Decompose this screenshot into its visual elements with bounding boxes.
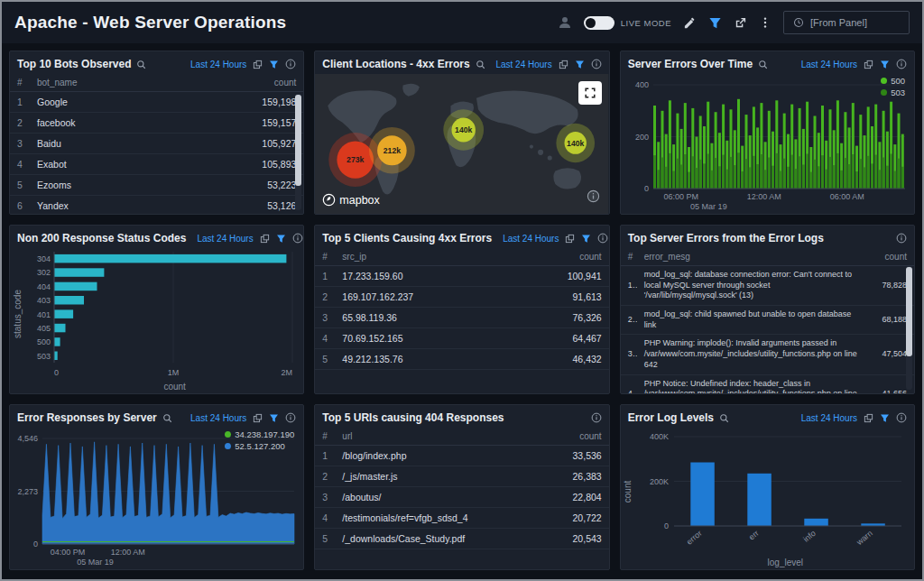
from-panel-label: [From Panel] — [810, 17, 867, 28]
legend-item: 500 — [881, 76, 905, 86]
col-header-bot-name: bot_name — [30, 74, 244, 92]
scrollbar-thumb[interactable] — [295, 95, 301, 186]
user-icon[interactable] — [558, 15, 572, 30]
from-panel-dropdown[interactable]: [From Panel] — [783, 11, 910, 34]
open-in-search-icon[interactable] — [253, 413, 263, 423]
table-row: 1Google159,198 — [10, 92, 303, 113]
info-icon[interactable] — [591, 412, 602, 423]
chart-legend: 34.238.197.190 52.5.127.200 — [225, 429, 294, 451]
open-in-search-icon[interactable] — [565, 234, 575, 244]
time-range-link[interactable]: Last 24 Hours — [495, 60, 551, 69]
header: Apache - Web Server Operations LIVE MODE… — [2, 2, 922, 43]
open-in-search-icon[interactable] — [864, 60, 873, 69]
info-icon[interactable] — [896, 59, 907, 69]
svg-text:200K: 200K — [650, 477, 669, 486]
expand-icon[interactable] — [578, 81, 602, 105]
filter-icon[interactable] — [269, 413, 279, 423]
open-in-search-icon[interactable] — [864, 413, 873, 423]
panel-title: Error Responses by Server — [17, 411, 157, 424]
toggle-knob — [586, 18, 596, 28]
log-levels-chart: 0200K400Kerrorerrinfowarn — [634, 428, 914, 555]
panel-title: Top 5 URIs causing 404 Responses — [322, 411, 504, 424]
scrollbar-thumb[interactable] — [906, 267, 912, 356]
header-actions: LIVE MODE [From Panel] — [558, 11, 910, 34]
bots-table: # bot_name count 1Google159,198 2faceboo… — [10, 74, 303, 214]
info-icon[interactable] — [597, 233, 608, 244]
magnifier-icon[interactable] — [162, 413, 172, 423]
table-row: 1mod_log_sql: database connection error:… — [621, 266, 914, 306]
x-axis-label: count — [46, 382, 303, 392]
table-row: 6Yandex53,126 — [10, 196, 303, 215]
filter-icon[interactable] — [581, 234, 591, 244]
info-icon[interactable] — [285, 59, 296, 69]
time-range-link[interactable]: Last 24 Hours — [190, 60, 246, 69]
filter-icon[interactable] — [269, 60, 279, 69]
time-range-link[interactable]: Last 24 Hours — [197, 234, 253, 244]
mapbox-logo[interactable]: mapbox — [322, 193, 379, 207]
y-axis-label: status_code — [10, 248, 23, 379]
panel-top-clients-4xx: Top 5 Clients Causing 4xx Errors Last 24… — [314, 225, 609, 394]
panel-title: Non 200 Response Status Codes — [17, 232, 186, 244]
chart-legend: 500 503 — [881, 76, 905, 97]
svg-text:06:00 PM: 06:00 PM — [663, 192, 698, 201]
edit-icon[interactable] — [683, 16, 697, 30]
time-range-link[interactable]: Last 24 Hours — [190, 413, 246, 423]
mapbox-label: mapbox — [339, 194, 379, 207]
magnifier-icon[interactable] — [719, 413, 729, 423]
scrollbar[interactable] — [906, 266, 912, 390]
uris-table: # url count 1/blog/index.php33,536 2/_js… — [315, 428, 608, 549]
svg-text:warn: warn — [854, 529, 873, 548]
table-row: 3PHP Warning: implode(): Invalid argumen… — [621, 335, 914, 374]
magnifier-icon[interactable] — [758, 60, 768, 69]
info-icon[interactable] — [896, 233, 907, 244]
table-row: 3/aboutus/22,804 — [315, 487, 608, 508]
world-map[interactable]: 273k212k140k140k mapbox — [315, 74, 608, 214]
legend-dot — [881, 89, 887, 96]
svg-text:0: 0 — [54, 368, 59, 377]
svg-text:12:00 AM: 12:00 AM — [111, 548, 145, 557]
open-in-search-icon[interactable] — [260, 234, 270, 244]
info-icon[interactable] — [587, 189, 600, 207]
time-range-link[interactable]: Last 24 Hours — [801, 60, 857, 69]
svg-text:04:00 PM: 04:00 PM — [51, 548, 86, 557]
col-header-rank: # — [315, 248, 335, 266]
live-mode-toggle[interactable] — [584, 16, 614, 30]
filter-icon[interactable] — [575, 60, 585, 69]
open-in-search-icon[interactable] — [559, 60, 568, 69]
more-menu-icon[interactable] — [759, 16, 772, 29]
panel-client-locations: Client Locations - 4xx Errors Last 24 Ho… — [314, 51, 609, 215]
info-icon[interactable] — [285, 412, 296, 423]
server-errors-chart: 020040006:00 PM12:00 AM06:00 AM05 Mar 19 — [623, 78, 912, 214]
filter-icon[interactable] — [880, 60, 890, 69]
magnifier-icon[interactable] — [136, 60, 146, 69]
time-range-link[interactable]: Last 24 Hours — [503, 234, 559, 244]
svg-text:200: 200 — [635, 133, 649, 142]
table-row: 2169.107.162.23791,613 — [315, 287, 608, 308]
filter-icon[interactable] — [708, 16, 722, 30]
magnifier-icon[interactable] — [476, 60, 485, 69]
time-range-link[interactable]: Last 24 Hours — [801, 413, 857, 423]
dashboard-grid: Top 10 Bots Observed Last 24 Hours # bot… — [2, 43, 922, 577]
filter-icon[interactable] — [880, 413, 890, 423]
table-row: 117.233.159.60100,941 — [315, 266, 608, 287]
open-in-search-icon[interactable] — [253, 60, 263, 69]
x-axis-label: log_level — [657, 558, 914, 567]
error-responses-chart: 02,2734,54604:00 PM12:00 AM05 Mar 19 — [12, 431, 301, 569]
info-icon[interactable] — [591, 59, 602, 69]
col-header-count: count — [869, 248, 914, 266]
filter-icon[interactable] — [276, 234, 286, 244]
svg-text:err: err — [747, 529, 761, 542]
info-icon[interactable] — [896, 412, 907, 423]
svg-text:400: 400 — [635, 80, 649, 89]
panel-title: Error Log Levels — [628, 411, 714, 424]
table-row: 5Ezooms53,223 — [10, 175, 303, 196]
col-header-rank: # — [10, 74, 30, 92]
y-axis-label: count — [621, 428, 634, 555]
info-icon[interactable] — [292, 233, 303, 244]
panel-title: Top 5 Clients Causing 4xx Errors — [322, 232, 492, 244]
svg-text:1M: 1M — [168, 368, 180, 377]
panel-top-10-bots: Top 10 Bots Observed Last 24 Hours # bot… — [9, 51, 304, 215]
share-icon[interactable] — [734, 16, 747, 30]
scrollbar[interactable] — [295, 94, 301, 210]
col-header-rank: # — [315, 428, 335, 446]
